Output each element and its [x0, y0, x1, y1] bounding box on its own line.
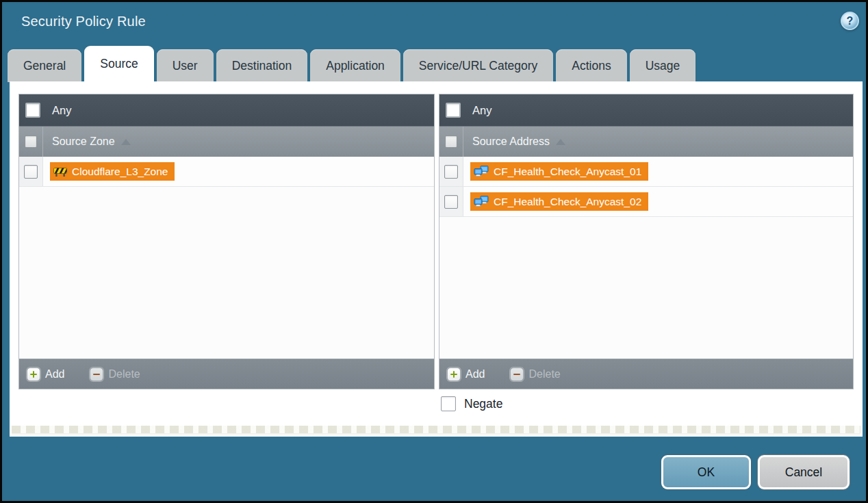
address-item-chip[interactable]: CF_Health_Check_Anycast_02: [470, 192, 648, 211]
select-all-cell: [439, 127, 463, 157]
source-zone-any-header: Any: [19, 94, 434, 126]
add-icon: [27, 367, 40, 381]
source-address-any-header: Any: [439, 94, 853, 126]
add-address-button[interactable]: Add: [447, 367, 485, 381]
tab-usage[interactable]: Usage: [630, 49, 696, 82]
source-zone-any-label: Any: [52, 104, 71, 117]
source-zone-sort-header[interactable]: Source Zone: [43, 127, 131, 157]
address-icon: [474, 196, 489, 207]
row-checkbox-cell: [439, 187, 463, 216]
tab-general[interactable]: General: [8, 49, 81, 82]
source-zone-toolbar: Add Delete: [19, 359, 434, 389]
delete-label: Delete: [108, 368, 140, 381]
delete-icon: [510, 367, 524, 381]
source-zone-select-all-checkbox[interactable]: [25, 136, 37, 148]
source-address-list: CF_Health_Check_Anycast_01: [439, 157, 853, 359]
source-zone-row[interactable]: Cloudflare_L3_Zone: [19, 157, 434, 187]
tab-destination[interactable]: Destination: [216, 49, 308, 82]
source-address-panel: Any Source Address: [439, 94, 854, 389]
add-icon: [447, 367, 461, 381]
zone-icon: [53, 166, 67, 177]
source-zone-row-checkbox[interactable]: [24, 165, 38, 179]
resize-grip-bar[interactable]: [12, 426, 860, 435]
source-address-row[interactable]: CF_Health_Check_Anycast_01: [439, 157, 853, 187]
source-address-row-checkbox[interactable]: [444, 165, 458, 179]
help-icon[interactable]: ?: [841, 12, 859, 30]
sort-ascending-icon: [556, 139, 565, 145]
address-icon: [474, 166, 489, 177]
source-address-select-all-checkbox[interactable]: [445, 136, 457, 148]
source-zone-column-header: Source Zone: [19, 126, 434, 157]
tab-source[interactable]: Source: [84, 46, 153, 82]
delete-address-button[interactable]: Delete: [510, 367, 560, 381]
negate-label: Negate: [464, 397, 502, 411]
source-address-column-header: Source Address: [439, 126, 853, 157]
delete-label: Delete: [528, 368, 560, 381]
tab-application[interactable]: Application: [310, 49, 400, 82]
source-zone-column-title: Source Zone: [52, 136, 115, 148]
add-label: Add: [465, 368, 485, 381]
zone-item-label: Cloudflare_L3_Zone: [72, 166, 168, 178]
tab-actions[interactable]: Actions: [556, 49, 626, 82]
delete-zone-button[interactable]: Delete: [90, 367, 140, 381]
source-tab-content: Any Source Zone: [10, 81, 863, 437]
row-checkbox-cell: [19, 157, 43, 186]
cancel-button[interactable]: Cancel: [758, 455, 850, 489]
source-address-row[interactable]: CF_Health_Check_Anycast_02: [439, 187, 853, 217]
sort-ascending-icon: [121, 139, 131, 145]
source-address-any-checkbox[interactable]: [446, 103, 461, 118]
source-address-row-checkbox[interactable]: [444, 195, 458, 209]
address-item-label: CF_Health_Check_Anycast_02: [494, 196, 641, 208]
address-item-label: CF_Health_Check_Anycast_01: [494, 166, 641, 178]
negate-checkbox[interactable]: [441, 396, 456, 411]
source-address-column-title: Source Address: [472, 136, 550, 148]
source-address-toolbar: Add Delete: [439, 359, 853, 389]
source-address-sort-header[interactable]: Source Address: [463, 127, 565, 157]
add-label: Add: [45, 368, 64, 381]
source-zone-list: Cloudflare_L3_Zone: [19, 157, 434, 359]
address-item-chip[interactable]: CF_Health_Check_Anycast_01: [470, 162, 648, 181]
zone-item-chip[interactable]: Cloudflare_L3_Zone: [50, 162, 175, 181]
source-zone-panel: Any Source Zone: [18, 94, 435, 389]
dialog-title: Security Policy Rule: [21, 14, 146, 29]
row-checkbox-cell: [439, 157, 463, 186]
negate-row: Negate: [441, 396, 502, 411]
ok-button[interactable]: OK: [661, 455, 751, 489]
source-zone-any-checkbox[interactable]: [25, 103, 40, 118]
tab-bar: General Source User Destination Applicat…: [8, 46, 695, 82]
tab-service-url-category[interactable]: Service/URL Category: [403, 49, 553, 82]
add-zone-button[interactable]: Add: [27, 367, 64, 381]
source-address-any-label: Any: [472, 104, 492, 117]
tab-user[interactable]: User: [157, 49, 214, 82]
security-policy-rule-dialog: Security Policy Rule ? General Source Us…: [0, 0, 868, 503]
delete-icon: [90, 367, 103, 381]
select-all-cell: [19, 127, 43, 157]
